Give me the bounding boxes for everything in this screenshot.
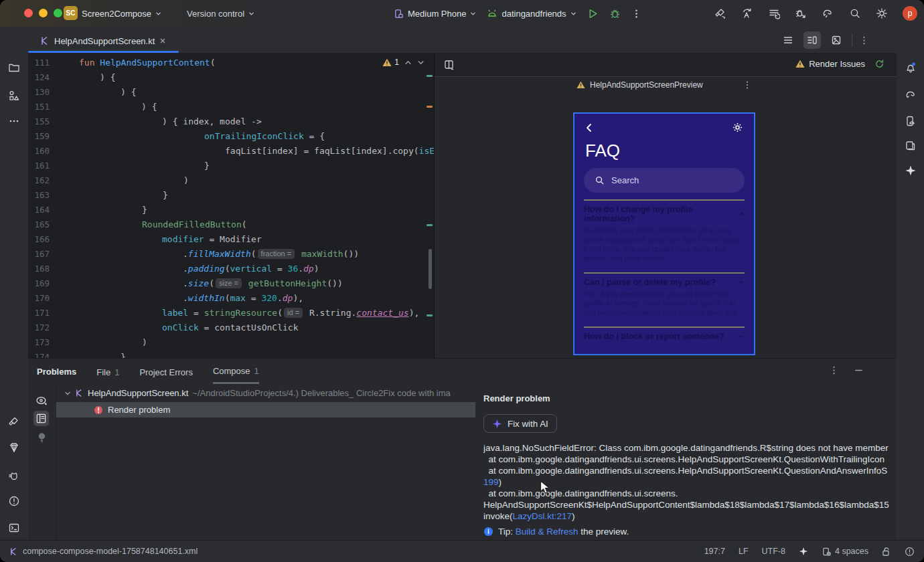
problems-file-row[interactable]: HelpAndSupportScreen.kt ~/AndroidStudioP… [56, 385, 475, 401]
device-selector[interactable]: Medium Phone [394, 9, 476, 19]
terminal-tool-icon[interactable] [8, 522, 20, 534]
search-icon[interactable] [849, 7, 861, 19]
stack-trace-line: invoke(LazyDsl.kt:217) [483, 510, 896, 522]
user-avatar[interactable]: p [903, 6, 917, 21]
line-number: 169 [32, 278, 50, 288]
title-bar: SC Screen2Compose Version control Medium… [0, 0, 924, 27]
ide-window: SC Screen2Compose Version control Medium… [0, 0, 924, 562]
line-number: 130 [32, 87, 50, 97]
more-actions-icon[interactable] [631, 9, 641, 19]
problems-tab-compose[interactable]: Compose1 [213, 359, 259, 384]
preview-problems-icon[interactable] [35, 395, 48, 406]
project-selector[interactable]: Screen2Compose [82, 9, 161, 19]
preview-settings-gear-icon [732, 122, 743, 133]
ai-translate-sync-icon[interactable] [741, 7, 753, 19]
gradle-sync-icon[interactable] [822, 7, 834, 19]
design-view-button[interactable] [828, 31, 845, 49]
problems-tool-icon[interactable] [8, 495, 20, 507]
show-details-toggle[interactable] [33, 411, 49, 426]
ai-sparkle-icon [492, 419, 502, 429]
preview-card-menu-icon[interactable] [743, 80, 752, 90]
android-icon [487, 9, 497, 18]
next-problem-icon[interactable] [417, 59, 425, 66]
line-ending[interactable]: LF [739, 547, 749, 556]
inline-parameter-hint: fraction = [258, 249, 295, 259]
device-manager-icon[interactable] [905, 140, 917, 152]
ai-sparkle-status-icon[interactable] [799, 547, 808, 556]
file-encoding[interactable]: UTF-8 [762, 547, 785, 556]
running-devices-icon[interactable] [905, 115, 917, 127]
device-icon [394, 9, 404, 19]
stack-trace-link[interactable]: 199 [483, 477, 499, 487]
stack-trace-link[interactable]: LazyDsl.kt:217 [513, 511, 572, 521]
resource-manager-icon[interactable] [8, 90, 20, 102]
mouse-cursor [540, 480, 551, 495]
editor-tab[interactable]: HelpAndSupportScreen.kt [33, 31, 173, 51]
preview-card-label[interactable]: HelpAndSupportScreenPreview [576, 80, 703, 90]
code-line: 169.size(size = getButtonHeight()) [28, 276, 434, 290]
app-quality-insights-icon[interactable] [8, 442, 20, 454]
notifications-icon[interactable] [905, 62, 917, 74]
refresh-preview-icon[interactable] [874, 59, 884, 69]
code-lines: 111fun HelpAndSupportContent(124) {130) … [28, 54, 434, 358]
logcat-tool-icon[interactable] [8, 470, 20, 482]
stack-trace-line: java.lang.NoSuchFieldError: Class com.ib… [483, 442, 896, 454]
expand-chevron-icon[interactable] [64, 390, 71, 397]
fix-with-ai-button[interactable]: Fix with AI [483, 414, 557, 433]
problems-panel: Problems File1Project ErrorsCompose1 Hel… [28, 358, 896, 541]
indent-config[interactable]: 4 spaces [822, 547, 868, 557]
kotlin-file-icon [40, 36, 50, 45]
code-line: 163} [28, 187, 434, 202]
code-line: 167.fillMaxWidth(fraction = maxWidth()) [28, 246, 434, 261]
code-view-button[interactable] [779, 31, 797, 49]
gradle-tool-icon[interactable] [905, 89, 917, 101]
warning-icon [795, 60, 805, 68]
editor-options-icon[interactable] [859, 35, 869, 45]
split-view-button[interactable] [803, 31, 821, 49]
tab-close-icon[interactable] [159, 37, 166, 44]
file-name: HelpAndSupportScreen.kt [88, 388, 188, 398]
run-configuration-selector[interactable]: datingandfriends [487, 9, 576, 19]
editor-scrollbar[interactable] [429, 249, 432, 289]
code-line: 155) { index, model -> [28, 114, 434, 128]
prev-problem-icon[interactable] [404, 59, 412, 66]
write-access-lock-icon[interactable] [882, 547, 891, 557]
build-tool-icon[interactable] [8, 416, 20, 428]
render-problem-row[interactable]: Render problem [56, 402, 475, 417]
project-tool-icon[interactable] [8, 62, 20, 74]
code-line: 130) { [28, 84, 434, 99]
inspections-widget[interactable]: 1 [382, 58, 425, 67]
gemini-ai-icon[interactable] [905, 165, 917, 177]
scrollbar-mark [427, 75, 433, 77]
window-minimize-button[interactable] [39, 9, 48, 17]
hide-panel-icon[interactable] [854, 365, 864, 375]
error-notification-icon[interactable] [905, 547, 915, 557]
problems-tab-file[interactable]: File1 [96, 359, 119, 384]
version-control-menu[interactable]: Version control [187, 9, 254, 19]
file-analysis-progress-bar [28, 51, 179, 53]
line-number: 173 [32, 337, 50, 347]
build-refresh-link[interactable]: Build & Refresh [516, 527, 579, 537]
more-tools-icon[interactable] [8, 115, 20, 127]
kotlin-file-icon [9, 547, 18, 556]
project-icon: SC [64, 6, 78, 20]
status-file[interactable]: compose-compose-model-1758748140651.xml [9, 547, 198, 556]
faq-item: How do I change my profile information?T… [584, 199, 745, 272]
build-variants-icon[interactable] [768, 7, 780, 19]
code-line: 124) { [28, 70, 434, 84]
code-line: 161} [28, 158, 434, 173]
caret-position[interactable]: 197:7 [704, 547, 725, 556]
settings-gear-icon[interactable] [876, 7, 888, 19]
code-editor[interactable]: 111fun HelpAndSupportContent(124) {130) … [28, 54, 434, 358]
panel-options-icon[interactable] [829, 365, 839, 375]
window-zoom-button[interactable] [54, 9, 62, 17]
quick-fix-bulb-icon[interactable] [37, 432, 47, 443]
debug-button[interactable] [609, 8, 621, 19]
window-close-button[interactable] [24, 9, 33, 17]
build-icon[interactable] [714, 7, 726, 19]
attach-debugger-icon[interactable] [795, 7, 807, 19]
render-issues-button[interactable]: Render Issues [795, 59, 884, 69]
problems-tab-project-errors[interactable]: Project Errors [139, 359, 192, 384]
run-button[interactable] [587, 8, 599, 19]
preview-layout-icon[interactable] [443, 59, 455, 71]
